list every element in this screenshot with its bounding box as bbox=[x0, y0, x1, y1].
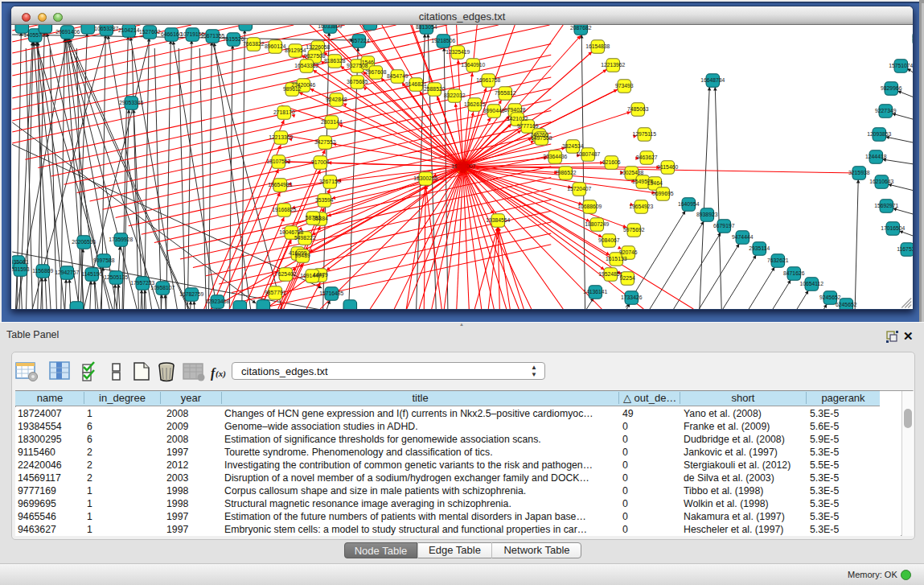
svg-text:1421022: 1421022 bbox=[507, 116, 528, 122]
svg-text:16033809: 16033809 bbox=[318, 25, 342, 29]
svg-text:5975692: 5975692 bbox=[623, 227, 645, 233]
svg-text:16543362: 16543362 bbox=[294, 63, 318, 68]
svg-text:9327508: 9327508 bbox=[304, 53, 326, 59]
svg-text:20206536: 20206536 bbox=[72, 239, 96, 245]
svg-text:8960124: 8960124 bbox=[265, 43, 286, 49]
svg-text:12923468: 12923468 bbox=[205, 299, 229, 304]
svg-text:16782759: 16782759 bbox=[179, 291, 203, 297]
svg-text:989612: 989612 bbox=[283, 86, 302, 92]
svg-text:10025438: 10025438 bbox=[619, 170, 643, 175]
svg-text:16210643: 16210643 bbox=[869, 179, 893, 184]
svg-text:15692971: 15692971 bbox=[874, 203, 898, 208]
svg-text:8813054: 8813054 bbox=[416, 25, 437, 30]
svg-text:8471626: 8471626 bbox=[783, 270, 805, 276]
svg-text:1535061: 1535061 bbox=[12, 259, 29, 265]
svg-text:16961758: 16961758 bbox=[476, 77, 500, 83]
svg-text:9227349: 9227349 bbox=[875, 108, 897, 113]
svg-text:9245652: 9245652 bbox=[819, 295, 841, 300]
svg-text:9474444: 9474444 bbox=[732, 234, 754, 240]
svg-text:18107552: 18107552 bbox=[266, 159, 290, 164]
svg-text:8990448: 8990448 bbox=[483, 108, 505, 113]
svg-text:9829966: 9829966 bbox=[881, 85, 902, 91]
svg-text:2104214: 2104214 bbox=[118, 27, 140, 33]
svg-text:621606: 621606 bbox=[602, 159, 621, 165]
svg-text:99489: 99489 bbox=[295, 253, 310, 258]
svg-text:15751074: 15751074 bbox=[889, 63, 913, 68]
svg-text:1145190: 1145190 bbox=[81, 271, 102, 277]
svg-text:13640910: 13640910 bbox=[461, 62, 485, 68]
svg-text:17016504: 17016504 bbox=[881, 225, 905, 231]
svg-text:3267150: 3267150 bbox=[319, 179, 341, 184]
svg-text:7515526: 7515526 bbox=[223, 36, 244, 42]
svg-text:13226058: 13226058 bbox=[306, 44, 330, 50]
svg-text:14055713: 14055713 bbox=[23, 32, 47, 38]
svg-text:1733426: 1733426 bbox=[621, 295, 643, 300]
svg-text:10688609: 10688609 bbox=[577, 204, 602, 209]
svg-text:10958107: 10958107 bbox=[150, 285, 175, 290]
svg-text:1640954: 1640954 bbox=[678, 201, 700, 207]
svg-text:3824534: 3824534 bbox=[562, 143, 584, 149]
svg-text:14136141: 14136141 bbox=[583, 289, 607, 295]
svg-text:9857791: 9857791 bbox=[265, 290, 286, 295]
svg-text:1156869: 1156869 bbox=[32, 268, 53, 274]
svg-text:5498222: 5498222 bbox=[294, 235, 316, 241]
svg-text:29053346: 29053346 bbox=[119, 100, 143, 105]
svg-text:9242848: 9242848 bbox=[326, 97, 347, 102]
svg-text:917004: 917004 bbox=[311, 159, 330, 165]
svg-text:11123: 11123 bbox=[912, 35, 913, 41]
svg-text:10046788: 10046788 bbox=[279, 229, 303, 235]
svg-text:9777169: 9777169 bbox=[517, 123, 539, 129]
svg-text:9115460: 9115460 bbox=[657, 164, 678, 170]
svg-text:15464: 15464 bbox=[647, 180, 663, 186]
svg-text:1527602: 1527602 bbox=[139, 29, 161, 35]
svg-text:8322032: 8322032 bbox=[444, 93, 466, 98]
svg-text:7663822: 7663822 bbox=[243, 41, 265, 47]
svg-text:20364436: 20364436 bbox=[543, 154, 567, 159]
svg-text:8454749: 8454749 bbox=[387, 73, 409, 79]
svg-text:7857224: 7857224 bbox=[348, 38, 370, 43]
svg-text:16648784: 16648784 bbox=[700, 77, 725, 83]
svg-text:58783: 58783 bbox=[306, 215, 321, 220]
svg-text:6679197: 6679197 bbox=[713, 223, 735, 229]
svg-text:19654983: 19654983 bbox=[268, 182, 292, 187]
svg-text:20691406: 20691406 bbox=[55, 29, 80, 35]
svg-text:7955812: 7955812 bbox=[495, 90, 516, 96]
svg-text:2718170: 2718170 bbox=[273, 109, 295, 115]
svg-text:19166825: 19166825 bbox=[272, 207, 296, 212]
svg-text:2967608: 2967608 bbox=[365, 69, 387, 75]
svg-text:18807249: 18807249 bbox=[585, 221, 609, 227]
svg-text:19654923: 19654923 bbox=[629, 204, 653, 209]
svg-text:(x): (x) bbox=[216, 369, 226, 379]
svg-text:2087682: 2087682 bbox=[570, 25, 592, 31]
svg-text:3427552: 3427552 bbox=[314, 139, 336, 145]
svg-text:15720407: 15720407 bbox=[567, 186, 591, 192]
svg-text:18300295: 18300295 bbox=[413, 175, 437, 181]
svg-text:8938923: 8938923 bbox=[696, 212, 718, 217]
svg-text:973493: 973493 bbox=[615, 83, 634, 89]
svg-text:17359928: 17359928 bbox=[109, 237, 133, 242]
svg-text:9084067: 9084067 bbox=[598, 237, 620, 243]
svg-text:92254: 92254 bbox=[620, 275, 635, 281]
svg-text:0699695: 0699695 bbox=[652, 191, 674, 196]
svg-text:15716485: 15716485 bbox=[319, 290, 343, 296]
svg-text:6245652: 6245652 bbox=[836, 302, 857, 307]
svg-text:931593: 931593 bbox=[12, 266, 30, 272]
svg-text:8186328: 8186328 bbox=[324, 58, 346, 64]
svg-text:12975115: 12975115 bbox=[632, 131, 656, 137]
svg-text:3215938: 3215938 bbox=[848, 170, 870, 175]
svg-text:12213962: 12213962 bbox=[601, 62, 625, 68]
svg-text:10653287: 10653287 bbox=[94, 26, 118, 31]
svg-text:6466160: 6466160 bbox=[161, 31, 183, 37]
svg-text:12505135: 12505135 bbox=[104, 274, 128, 280]
svg-text:9463627: 9463627 bbox=[636, 154, 658, 160]
svg-text:920746: 920746 bbox=[619, 249, 638, 255]
svg-text:1244418: 1244418 bbox=[865, 154, 887, 159]
svg-text:8912954: 8912954 bbox=[285, 47, 306, 53]
svg-text:1362615: 1362615 bbox=[464, 101, 486, 107]
svg-text:1546: 1546 bbox=[362, 60, 374, 65]
svg-text:16671355: 16671355 bbox=[200, 33, 224, 39]
svg-text:1167534: 1167534 bbox=[897, 246, 913, 252]
svg-text:2803144: 2803144 bbox=[321, 119, 343, 125]
svg-text:6497568: 6497568 bbox=[531, 135, 552, 141]
svg-text:12325419: 12325419 bbox=[446, 49, 470, 55]
